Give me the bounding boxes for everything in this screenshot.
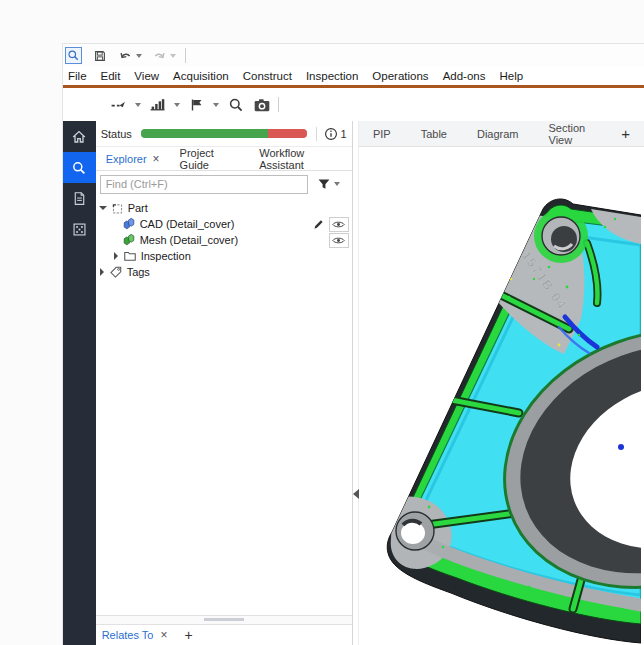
add-bottom-tab-button[interactable]: + <box>184 627 192 643</box>
save-icon[interactable] <box>91 47 108 64</box>
3d-viewport[interactable]: 1571B 04 <box>359 147 644 645</box>
filter-caret[interactable] <box>334 182 340 186</box>
tag-icon <box>109 265 124 280</box>
menu-edit[interactable]: Edit <box>101 70 121 82</box>
mesh-icon <box>122 233 137 248</box>
tree-row-mesh[interactable]: Mesh (Detail_cover) <box>96 232 352 248</box>
sidebar-item-home[interactable] <box>63 121 96 152</box>
tab-explorer[interactable]: Explorer × <box>96 147 170 170</box>
menu-operations[interactable]: Operations <box>372 70 428 82</box>
tree-label: Inspection <box>141 250 191 262</box>
explorer-tree: Part CAD (Detail_cover) <box>96 197 352 280</box>
status-progress-green <box>141 129 269 138</box>
flag-caret[interactable] <box>213 103 219 107</box>
horizontal-splitter[interactable] <box>96 615 352 625</box>
toolbar-separator <box>278 97 279 112</box>
tab-workflow-assistant-label: Workflow Assistant <box>259 147 341 171</box>
flag-icon[interactable] <box>187 95 206 114</box>
status-progress-bar <box>141 129 307 138</box>
add-viewport-tab-button[interactable]: + <box>621 125 630 142</box>
menu-addons[interactable]: Add-ons <box>443 70 486 82</box>
status-separator <box>316 127 317 141</box>
activity-bar <box>63 121 96 645</box>
undo-group <box>117 47 142 64</box>
menu-inspection[interactable]: Inspection <box>306 70 358 82</box>
sidebar-item-report[interactable] <box>63 183 96 214</box>
snapshot-camera-icon[interactable] <box>252 95 271 114</box>
find-row <box>96 171 352 197</box>
deviation-label-icon[interactable] <box>109 95 128 114</box>
deviation-label-caret[interactable] <box>135 103 141 107</box>
inspected-part-render: 1571B 04 <box>359 147 641 645</box>
menu-construct[interactable]: Construct <box>243 70 292 82</box>
part-icon <box>110 201 125 216</box>
splitter-grip[interactable] <box>204 618 244 621</box>
tree-label: CAD (Detail_cover) <box>140 218 235 230</box>
explorer-panel: Status 1 Explorer × Project Guide <box>96 121 353 645</box>
tree-empty-space <box>96 280 352 615</box>
edit-pencil-icon[interactable] <box>312 218 325 231</box>
tab-close-icon[interactable]: × <box>153 152 160 166</box>
tree-row-part[interactable]: Part <box>96 200 352 216</box>
tab-pip[interactable]: PIP <box>373 128 391 140</box>
tree-row-inspection[interactable]: Inspection <box>96 248 352 264</box>
zoom-tool-icon[interactable] <box>65 47 82 64</box>
content-area: Status 1 Explorer × Project Guide <box>63 121 644 645</box>
tab-project-guide-label: Project Guide <box>180 147 240 171</box>
find-input[interactable] <box>100 175 308 194</box>
filter-group <box>317 177 340 191</box>
notification-count: 1 <box>341 128 347 140</box>
tree-label: Part <box>128 202 148 214</box>
tree-row-cad[interactable]: CAD (Detail_cover) <box>96 216 352 232</box>
filter-funnel-icon[interactable] <box>317 177 331 191</box>
tab-relates-to[interactable]: Relates To <box>102 629 154 641</box>
undo-icon[interactable] <box>117 47 134 64</box>
main-toolbar <box>63 88 644 122</box>
tab-relates-close-icon[interactable]: × <box>160 628 167 642</box>
tab-diagram[interactable]: Diagram <box>477 128 519 140</box>
tab-project-guide[interactable]: Project Guide <box>170 147 250 170</box>
notification-group[interactable]: 1 <box>324 127 347 141</box>
redo-group <box>151 47 176 64</box>
app-window: File Edit View Acquisition Construct Ins… <box>62 43 644 645</box>
collapse-panel-handle[interactable] <box>353 489 359 499</box>
expander-right-icon[interactable] <box>100 268 104 276</box>
screen: { "menubar": {"items": ["File","Edit","V… <box>0 0 644 645</box>
visibility-eye-icon[interactable] <box>329 217 349 232</box>
folder-icon <box>123 249 138 264</box>
tab-table[interactable]: Table <box>421 128 447 140</box>
tree-label: Tags <box>127 266 150 278</box>
redo-icon[interactable] <box>151 47 168 64</box>
menu-file[interactable]: File <box>68 70 87 82</box>
histogram-caret[interactable] <box>174 103 180 107</box>
sidebar-item-pattern[interactable] <box>63 214 96 245</box>
visibility-eye-icon[interactable] <box>329 233 349 248</box>
menu-acquisition[interactable]: Acquisition <box>173 70 229 82</box>
status-progress-red <box>268 129 306 138</box>
menu-bar: File Edit View Acquisition Construct Ins… <box>63 67 644 85</box>
tab-workflow-assistant[interactable]: Workflow Assistant <box>249 147 351 170</box>
quickbar-separator <box>185 48 186 63</box>
expander-right-icon[interactable] <box>114 252 118 260</box>
tree-row-tags[interactable]: Tags <box>96 264 352 280</box>
panel-tabs: Explorer × Project Guide Workflow Assist… <box>96 147 352 171</box>
cad-row-tools <box>312 216 349 232</box>
expander-down-icon[interactable] <box>99 206 107 210</box>
viewport-pane: PIP Table Diagram Section View + <box>359 121 644 645</box>
tree-label: Mesh (Detail_cover) <box>140 234 238 246</box>
info-icon <box>324 127 338 141</box>
tab-section-view[interactable]: Section View <box>549 122 586 146</box>
mesh-row-tools <box>329 232 349 248</box>
status-label: Status <box>101 128 132 140</box>
cad-icon <box>122 217 137 232</box>
search-icon[interactable] <box>226 95 245 114</box>
histogram-icon[interactable] <box>148 95 167 114</box>
undo-dropdown-caret[interactable] <box>136 54 142 58</box>
status-row: Status 1 <box>96 121 352 147</box>
tab-explorer-label: Explorer <box>106 153 147 165</box>
sidebar-item-search[interactable] <box>63 152 96 183</box>
quick-access-toolbar <box>63 44 644 67</box>
menu-help[interactable]: Help <box>499 70 523 82</box>
menu-view[interactable]: View <box>134 70 159 82</box>
redo-dropdown-caret[interactable] <box>170 54 176 58</box>
